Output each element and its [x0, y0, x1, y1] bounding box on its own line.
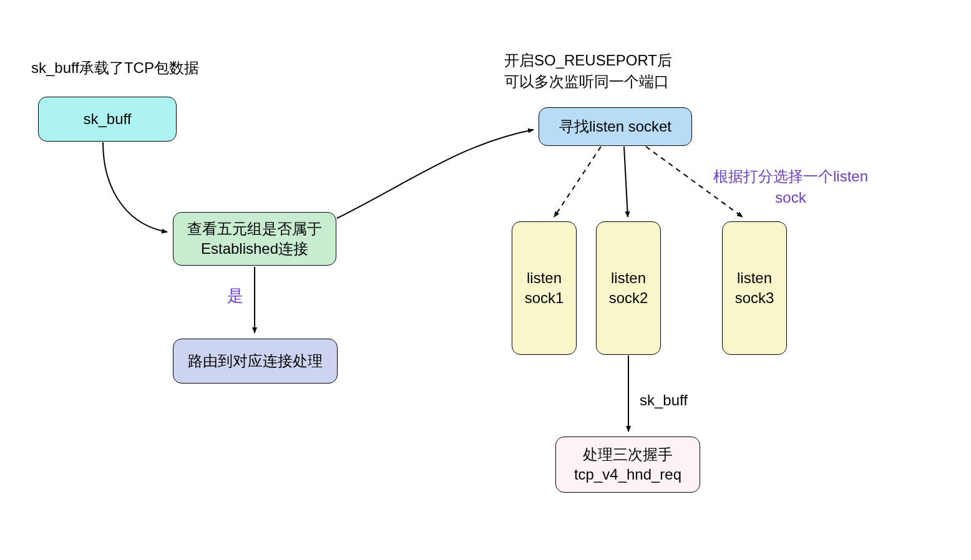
node-skbuff: sk_buff	[38, 97, 177, 142]
annotation-top-left: sk_buff承载了TCP包数据	[31, 57, 199, 79]
label-score-line1: 根据打分选择一个listen	[700, 166, 881, 187]
label-score: 根据打分选择一个listen sock	[700, 166, 881, 208]
node-find-listen: 寻找listen socket	[539, 107, 692, 146]
node-route-label: 路由到对应连接处理	[188, 351, 323, 371]
edge-skbuff-to-check	[103, 142, 167, 232]
edge-find-to-sock1	[554, 147, 601, 217]
edge-check-to-find	[337, 130, 534, 218]
label-skbuff-edge: sk_buff	[640, 390, 688, 411]
node-hnd-l2: tcp_v4_hnd_req	[574, 465, 681, 485]
node-sock2-l2: sock2	[609, 288, 648, 308]
edge-find-to-sock2	[624, 147, 628, 217]
node-route: 路由到对应连接处理	[173, 339, 338, 384]
annotation-top-right-line2: 可以多次监听同一个端口	[504, 71, 672, 92]
node-listen-sock2: listen sock2	[596, 221, 661, 355]
node-hnd-l1: 处理三次握手	[574, 445, 681, 465]
node-listen-sock1: listen sock1	[512, 221, 577, 355]
label-score-line2: sock	[700, 187, 881, 208]
node-skbuff-label: sk_buff	[84, 109, 132, 129]
node-check-line1: 查看五元组是否属于	[187, 219, 322, 239]
node-check-established: 查看五元组是否属于 Established连接	[173, 212, 336, 266]
annotation-top-right-line1: 开启SO_REUSEPORT后	[504, 50, 672, 71]
annotation-top-right: 开启SO_REUSEPORT后 可以多次监听同一个端口	[504, 50, 672, 92]
node-sock2-l1: listen	[609, 268, 648, 288]
node-check-line2: Established连接	[187, 239, 322, 259]
node-sock1-l1: listen	[525, 268, 564, 288]
node-sock3-l2: sock3	[735, 288, 774, 308]
node-listen-sock3: listen sock3	[722, 221, 787, 355]
node-sock1-l2: sock1	[525, 288, 564, 308]
diagram-edges	[0, 0, 971, 560]
node-handshake: 处理三次握手 tcp_v4_hnd_req	[555, 437, 700, 493]
label-yes: 是	[227, 284, 243, 307]
node-find-label: 寻找listen socket	[559, 117, 671, 137]
node-sock3-l1: listen	[735, 268, 774, 288]
